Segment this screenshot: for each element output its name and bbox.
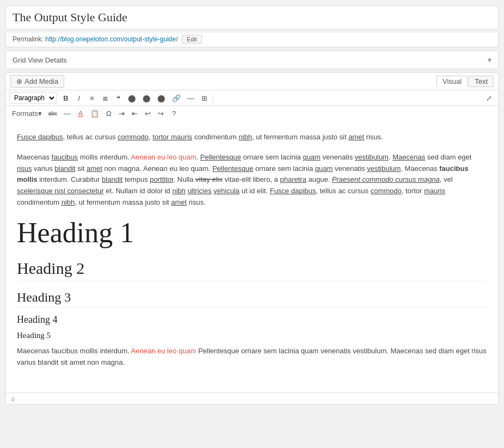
table-icon: ⊞	[201, 94, 207, 102]
italic-button[interactable]: I	[73, 93, 85, 104]
ul-icon: ≡	[90, 94, 94, 102]
fullscreen-button[interactable]: ⤢	[483, 93, 495, 104]
tab-visual[interactable]: Visual	[437, 76, 468, 87]
unordered-list-button[interactable]: ≡	[86, 93, 98, 104]
formatting-toolbar-2: Formats ▾ abc — A 📋 Ω ⇥ ⇤ ↩ ↪ ?	[5, 106, 499, 121]
paragraph-3: Maecenas faucibus mollis interdum. Aenea…	[17, 346, 487, 369]
status-label: p	[11, 395, 15, 402]
link-icon: 🔗	[172, 94, 181, 102]
fullscreen-icon: ⤢	[486, 94, 492, 102]
undo-icon: ↩	[145, 109, 151, 118]
add-media-row: ⊕ Add Media Visual Text	[5, 72, 499, 90]
italic-icon: I	[78, 94, 80, 102]
add-media-icon: ⊕	[16, 77, 22, 85]
title-bar	[5, 5, 499, 29]
bold-button[interactable]: B	[60, 93, 72, 104]
align-center-button[interactable]: ⬤	[140, 93, 153, 104]
paragraph-select[interactable]: Paragraph	[9, 92, 57, 104]
commodo-link[interactable]: commodo	[118, 133, 149, 141]
ordered-list-button[interactable]: ≣	[99, 93, 111, 104]
toolbar-separator-1	[213, 94, 213, 102]
chevron-down-icon: ▾	[488, 56, 491, 64]
outdent-icon: ⇤	[132, 109, 138, 118]
add-media-button[interactable]: ⊕ Add Media	[10, 75, 64, 88]
paragraph-1: Fusce dapibus, tellus ac cursus commodo,…	[17, 132, 487, 143]
align-right-button[interactable]: ⬤	[155, 93, 168, 104]
heading-3: Heading 3	[17, 290, 487, 308]
add-media-label: Add Media	[24, 77, 58, 85]
indent-button[interactable]: ⇥	[116, 108, 128, 119]
blockquote-button[interactable]: ❝	[112, 93, 124, 104]
indent-icon: ⇥	[119, 109, 125, 118]
link-button[interactable]: 🔗	[169, 93, 183, 104]
insert-more-button[interactable]: —	[185, 93, 197, 104]
redo-button[interactable]: ↪	[155, 108, 167, 119]
align-center-icon: ⬤	[143, 94, 151, 102]
title-input[interactable]	[13, 10, 491, 24]
outdent-button[interactable]: ⇤	[129, 108, 141, 119]
formats-label: Formats	[12, 109, 38, 118]
heading-2: Heading 2	[17, 259, 487, 281]
hr-button[interactable]: —	[61, 108, 73, 119]
abc-icon: abc	[48, 111, 57, 116]
align-right-icon: ⬤	[157, 94, 165, 102]
dropdown-label: Grid View Details	[13, 56, 66, 64]
redo-icon: ↪	[158, 109, 164, 118]
hr-icon: —	[64, 109, 71, 118]
paste-button[interactable]: 📋	[88, 108, 102, 119]
grid-view-dropdown[interactable]: Grid View Details ▾	[5, 51, 499, 69]
heading-1: Heading 1	[17, 217, 487, 248]
blockquote-icon: ❝	[116, 94, 120, 102]
help-button[interactable]: ?	[168, 108, 180, 119]
editor-tabs: Visual Text	[437, 76, 494, 87]
amet-link[interactable]: amet	[348, 133, 364, 141]
status-bar: p	[5, 393, 499, 404]
undo-button[interactable]: ↩	[142, 108, 154, 119]
nibh-link[interactable]: nibh	[239, 133, 253, 141]
content-area[interactable]: Fusce dapibus, tellus ac cursus commodo,…	[5, 121, 499, 393]
char-map-button[interactable]: Ω	[103, 108, 115, 119]
formats-dropdown-arrow: ▾	[38, 109, 42, 118]
tab-text[interactable]: Text	[469, 76, 494, 87]
table-button[interactable]: ⊞	[198, 93, 210, 104]
bold-icon: B	[63, 94, 68, 102]
fusce-link[interactable]: Fusce dapibus	[17, 133, 63, 141]
heading-4: Heading 4	[17, 314, 487, 326]
text-color-button[interactable]: A	[75, 108, 87, 119]
paragraph-2: Maecenas faucibus mollis interdum. Aenea…	[17, 152, 487, 208]
abc-button[interactable]: abc	[46, 109, 60, 118]
editor-container: Permalink: http://blog.onepeloton.com/ou…	[0, 0, 504, 410]
align-left-icon: ⬤	[128, 94, 136, 102]
tortor-link[interactable]: tortor mauris	[152, 133, 192, 141]
heading-5: Heading 5	[17, 331, 487, 340]
insert-more-icon: —	[187, 94, 194, 102]
ol-icon: ≣	[102, 94, 108, 102]
align-left-button[interactable]: ⬤	[125, 93, 139, 104]
char-map-icon: Ω	[106, 109, 112, 118]
paste-icon: 📋	[90, 109, 99, 118]
formatting-toolbar-1: Paragraph B I ≡ ≣ ❝ ⬤ ⬤ ⬤ 🔗 — ⊞ ⤢	[5, 90, 499, 106]
help-icon: ?	[172, 109, 176, 118]
permalink-url[interactable]: http://blog.onepeloton.com/output-style-…	[45, 35, 178, 43]
text-color-icon: A	[78, 109, 83, 118]
formats-dropdown[interactable]: Formats ▾	[9, 108, 45, 119]
permalink-label: Permalink:	[13, 35, 44, 43]
permalink-bar: Permalink: http://blog.onepeloton.com/ou…	[5, 33, 499, 47]
edit-permalink-button[interactable]: Edit	[182, 35, 202, 44]
